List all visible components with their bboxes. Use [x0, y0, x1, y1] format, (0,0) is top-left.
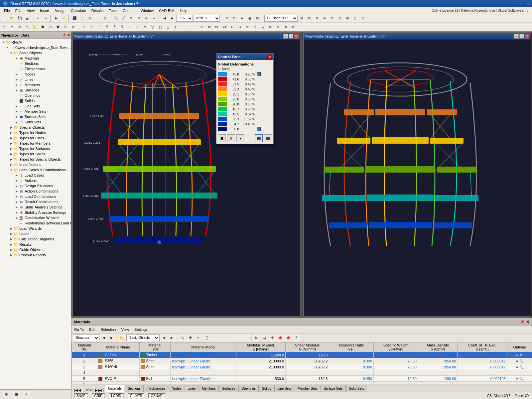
- menu-results[interactable]: Results: [89, 8, 106, 13]
- tb-sel5[interactable]: ⊟: [101, 15, 109, 22]
- table-row[interactable]: 2 S355 Steel Isotropic | Linear Elastic …: [72, 358, 532, 364]
- tab-member-sets[interactable]: Member Sets: [295, 385, 320, 392]
- tb-more8[interactable]: |||: [351, 15, 359, 22]
- tb2-28[interactable]: ⋉: [213, 23, 220, 31]
- pt-obj[interactable]: 📐: [118, 334, 126, 341]
- tree-load-wizards[interactable]: ▶ 📁 Load Wizards: [0, 226, 71, 231]
- menu-tools[interactable]: Tools: [106, 8, 120, 13]
- view-minimize-left[interactable]: ─: [283, 34, 288, 39]
- status-grid[interactable]: GRID: [92, 393, 105, 398]
- menu-help[interactable]: Help: [177, 8, 190, 13]
- page-first[interactable]: |◀: [74, 388, 78, 392]
- panel-selection[interactable]: Selection: [99, 327, 117, 332]
- tb2-4[interactable]: 🔧: [24, 23, 31, 31]
- tb2-9[interactable]: ⬠: [62, 23, 69, 31]
- tb2-8[interactable]: ⬟: [54, 23, 62, 31]
- cp-tb-settings[interactable]: ⚙: [227, 134, 235, 142]
- tree-members[interactable]: ▶ ╾ Members: [0, 82, 71, 87]
- tb-sel1[interactable]: ⬛: [71, 15, 78, 22]
- calc-all-btn[interactable]: ⚡: [60, 15, 67, 22]
- panel-view[interactable]: View: [120, 327, 130, 332]
- pt-import[interactable]: 📥: [285, 334, 292, 341]
- tree-imperfections[interactable]: ▶ 📁 Imperfections: [0, 162, 71, 167]
- view-restore-left[interactable]: □: [289, 34, 293, 39]
- cell-options[interactable]: ✏ 🔍: [507, 376, 532, 382]
- panel-close-btn[interactable]: ✕: [526, 320, 529, 324]
- nav-close-btn[interactable]: ✕: [67, 33, 70, 37]
- panel-settings[interactable]: Settings: [133, 327, 149, 332]
- tree-result-comb[interactable]: ▶ ⊠ Result Combinations: [0, 199, 71, 204]
- cp-tb-list[interactable]: ☰: [218, 134, 226, 142]
- cell-options[interactable]: ✏ 🔍: [507, 364, 532, 370]
- tb2-21[interactable]: ⋂: [157, 23, 164, 31]
- tree-root-rfem[interactable]: ▼ 📁 RFEM: [0, 40, 71, 45]
- tab-thicknesses[interactable]: Thicknesses: [144, 385, 169, 392]
- tree-stability-analysis[interactable]: ▶ ⚙ Stability Analysis Settings: [0, 210, 71, 215]
- tb2-3[interactable]: ⊞: [16, 23, 23, 31]
- wind-dropdown[interactable]: WIND 1: [193, 15, 220, 22]
- tb2-15[interactable]: ⊼: [111, 23, 118, 31]
- pt-fx[interactable]: fx: [253, 334, 260, 341]
- view-close-left[interactable]: ✕: [294, 34, 299, 39]
- pt-more4[interactable]: ↑: [234, 334, 242, 341]
- cp-tb-palette1[interactable]: ⬛: [255, 134, 263, 142]
- tb2-13[interactable]: ⊺: [95, 23, 103, 31]
- tree-surfaces[interactable]: ▶ ▣ Surfaces: [0, 87, 71, 93]
- table-row[interactable]: 3 S460NL Steel Isotropic | Linear Elasti…: [72, 364, 532, 370]
- menu-edit[interactable]: Edit: [13, 8, 24, 13]
- status-lgrid[interactable]: LGRID: [109, 393, 124, 398]
- tree-solids[interactable]: ⬛ Solids: [0, 98, 71, 103]
- pt-prev[interactable]: ◀: [100, 334, 107, 341]
- panel-goto[interactable]: Go To: [73, 327, 85, 332]
- tb2-18[interactable]: ⊿: [134, 23, 141, 31]
- pt-more3[interactable]: →: [226, 334, 234, 341]
- tree-types-members[interactable]: ▶ 📁 Types for Members: [0, 141, 71, 146]
- view-minimize-right[interactable]: ─: [514, 34, 519, 39]
- tb-more7[interactable]: ⊠: [344, 15, 351, 22]
- nav-btn-3[interactable]: 📍: [23, 391, 30, 398]
- menu-file[interactable]: File: [1, 8, 13, 13]
- tab-members[interactable]: Members: [199, 385, 219, 392]
- tb2-22[interactable]: ⋃: [164, 23, 172, 31]
- tree-surface-sets[interactable]: ▶ ⬢ Surface Sets: [0, 114, 71, 119]
- pt-chart[interactable]: 📊: [261, 334, 268, 341]
- tree-calc-diag[interactable]: ▶ 📁 Calculation Diagrams: [0, 236, 71, 242]
- tree-actions[interactable]: ▶ ⚡ Actions: [0, 178, 71, 183]
- tb-view2[interactable]: ◉: [246, 15, 253, 22]
- tb2-17[interactable]: ⊾: [126, 23, 133, 31]
- tb-zoom2[interactable]: 🔎: [120, 15, 127, 22]
- tb2-32[interactable]: ⋍: [244, 23, 251, 31]
- tree-sections[interactable]: ═ Sections: [0, 61, 71, 66]
- menu-insert[interactable]: Insert: [37, 8, 52, 13]
- tree-types-special[interactable]: ▶ 📁 Types for Special Objects: [0, 157, 71, 162]
- tb2-24[interactable]: ⋅: [180, 23, 187, 31]
- view-close-right[interactable]: ✕: [525, 34, 529, 39]
- cp-close-btn[interactable]: ✕: [267, 55, 272, 59]
- tab-line-sets[interactable]: Line Sets: [274, 385, 294, 392]
- tb-zoom3[interactable]: ⊕: [127, 15, 135, 22]
- tab-materials[interactable]: Materials: [105, 385, 125, 392]
- tb-more9[interactable]: ⊡: [359, 15, 366, 22]
- nav-header-buttons[interactable]: 📌 ✕: [62, 33, 70, 37]
- tree-openings[interactable]: ⬚ Openings: [0, 93, 71, 98]
- tree-thicknesses[interactable]: ▭ Thicknesses: [0, 66, 71, 71]
- tree-types-solids[interactable]: ▶ 📁 Types for Solids: [0, 151, 71, 157]
- pt-prop[interactable]: ⚙: [269, 334, 276, 341]
- view-divider[interactable]: [301, 32, 303, 318]
- tree-loads[interactable]: ▶ 📁 Loads: [0, 231, 71, 236]
- tb2-37[interactable]: ⋒: [282, 23, 289, 31]
- tb2-5[interactable]: 📐: [31, 23, 39, 31]
- menu-assign[interactable]: Assign: [52, 8, 68, 13]
- new-btn[interactable]: 📄: [1, 15, 8, 22]
- tb2-31[interactable]: ⋌: [236, 23, 243, 31]
- tb2-20[interactable]: ⋁: [149, 23, 156, 31]
- tab-solid-sets[interactable]: Solid Sets: [346, 385, 367, 392]
- tree-load-comb[interactable]: ▼ 📁 Load Cases & Combinations: [0, 167, 71, 173]
- table-row[interactable]: 1 GL24h Timber Isotropic | Linear Elasti…: [72, 352, 532, 358]
- tb2-1[interactable]: ↖: [1, 23, 8, 31]
- tb-sel4[interactable]: ☰: [94, 15, 101, 22]
- table-row[interactable]: 4: [72, 370, 532, 376]
- cp-tb-filter[interactable]: ▼: [236, 134, 244, 142]
- close-btn[interactable]: ✕: [526, 2, 529, 6]
- status-glines[interactable]: GLINES: [128, 393, 145, 398]
